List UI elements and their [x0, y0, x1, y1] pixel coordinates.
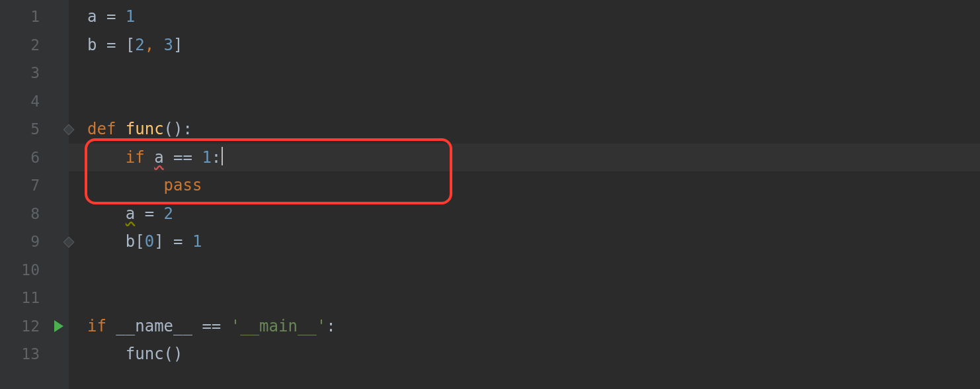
line-number[interactable]: 12	[0, 312, 69, 341]
code-line-current[interactable]: if a == 1:	[69, 144, 980, 172]
line-number[interactable]: 10	[0, 256, 69, 284]
number-literal: 1	[126, 7, 135, 26]
gutter[interactable]: 1 2 3 4 5 6 7 8 9 10 11 12 13	[0, 0, 69, 389]
identifier: b[	[126, 232, 145, 251]
number-literal: 3	[164, 36, 173, 54]
code-line[interactable]: b[0] = 1	[69, 228, 980, 256]
identifier: __name__	[116, 317, 192, 335]
line-number[interactable]: 5	[0, 115, 69, 144]
code-line[interactable]	[69, 256, 980, 284]
line-number[interactable]: 9	[0, 228, 69, 256]
number-literal: 1	[192, 232, 202, 251]
run-icon[interactable]	[54, 320, 63, 332]
line-number[interactable]: 13	[0, 340, 69, 368]
code-line[interactable]	[69, 284, 980, 312]
keyword: pass	[164, 176, 202, 194]
code-editor[interactable]: 1 2 3 4 5 6 7 8 9 10 11 12 13 a = 1 b = …	[0, 0, 980, 389]
keyword: def	[87, 120, 126, 138]
line-number[interactable]: 11	[0, 284, 69, 312]
code-area[interactable]: a = 1 b = [2, 3] def func(): if a == 1: …	[69, 0, 980, 389]
line-number[interactable]: 6	[0, 144, 69, 172]
text-caret	[222, 147, 223, 165]
line-number[interactable]: 4	[0, 87, 69, 116]
identifier: a	[154, 148, 163, 167]
number-literal: 1	[202, 148, 211, 167]
number-literal: 2	[135, 36, 144, 54]
code-line[interactable]: b = [2, 3]	[69, 31, 980, 60]
identifier: b	[87, 36, 97, 54]
line-number[interactable]: 8	[0, 200, 69, 228]
code-line[interactable]	[69, 59, 980, 87]
number-literal: 0	[145, 232, 154, 251]
line-number[interactable]: 2	[0, 31, 69, 60]
code-line[interactable]: a = 2	[69, 200, 980, 228]
function-name: func	[126, 120, 164, 138]
code-line[interactable]	[69, 87, 980, 116]
keyword: if	[87, 317, 116, 335]
string-literal: '__main__'	[231, 317, 327, 335]
line-number[interactable]: 7	[0, 171, 69, 200]
code-line[interactable]: def func():	[69, 115, 980, 144]
line-number[interactable]: 1	[0, 3, 69, 31]
identifier: a	[126, 204, 135, 223]
number-literal: 2	[164, 204, 173, 223]
keyword: if	[126, 148, 154, 167]
code-line[interactable]: a = 1	[69, 3, 980, 31]
line-number[interactable]: 3	[0, 59, 69, 87]
code-line[interactable]: if __name__ == '__main__':	[69, 312, 980, 341]
function-call: func	[126, 345, 164, 363]
code-line[interactable]: pass	[69, 171, 980, 200]
code-line[interactable]: func()	[69, 340, 980, 368]
identifier: a	[87, 7, 97, 26]
